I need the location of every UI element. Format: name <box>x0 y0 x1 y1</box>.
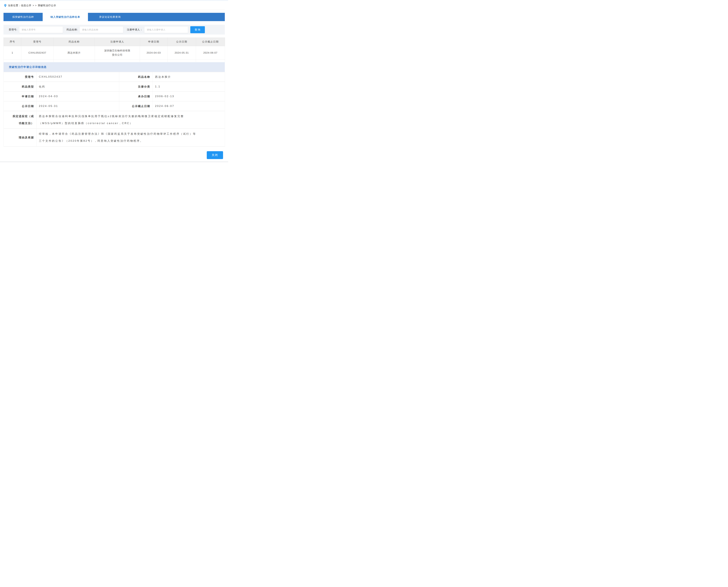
detail-value-drug-name: 西达本胺片 <box>153 72 225 82</box>
tab-included-breakthrough-list[interactable]: 纳入突破性治疗品种名单 <box>43 13 88 21</box>
query-button[interactable]: 查询 <box>190 26 205 33</box>
detail-label-publicity-end-date: 公示截止日期 <box>119 101 153 111</box>
detail-row: 公示日期 2024-05-31 公示截止日期 2024-06-07 <box>4 101 225 111</box>
tab-objection-results[interactable]: 异议论证结果查询 <box>88 13 132 21</box>
tab-proposed-breakthrough[interactable]: 拟突破性治疗品种 <box>3 13 43 21</box>
detail-value-registration-class: 1.1 <box>153 82 225 92</box>
col-header-seq: 序号 <box>4 38 21 46</box>
cell-publicity-date: 2024-05-31 <box>168 46 196 60</box>
results-header-row: 序号 受理号 药品名称 注册申请人 申请日期 公示日期 公示截止日期 <box>4 38 225 46</box>
acceptance-no-input[interactable] <box>19 26 63 33</box>
detail-value-drug-type: 化药 <box>37 82 119 92</box>
cell-seq: 1 <box>4 46 21 60</box>
table-row[interactable]: 1 CXHL0502437 西达本胺片 深圳微芯生物科技有限责任公司 2024-… <box>4 46 225 60</box>
applicant-input[interactable] <box>144 26 188 33</box>
results-table: 序号 受理号 药品名称 注册申请人 申请日期 公示日期 公示截止日期 1 CXH… <box>3 38 225 62</box>
detail-panel-title: 突破性治疗申请公示详细信息 <box>9 65 47 69</box>
top-accent-band <box>0 0 228 1</box>
detail-label-apply-date: 申请日期 <box>4 92 37 101</box>
acceptance-no-label: 受理号: <box>9 28 18 31</box>
breadcrumb: 当前位置： 信息公开 > > 突破性治疗公示 <box>4 4 56 7</box>
detail-label-proposed-indication: 拟定适应症（或功能主治） <box>4 111 37 128</box>
acceptance-no-group: 受理号: <box>9 26 63 33</box>
breadcrumb-separator: > > <box>32 4 37 7</box>
col-header-publicity-date: 公示日期 <box>168 38 196 46</box>
close-button[interactable]: 关闭 <box>207 151 223 159</box>
detail-label-undertake-date: 承办日期 <box>119 92 153 101</box>
detail-row: 受理号 CXHL0502437 药品名称 西达本胺片 <box>4 72 225 82</box>
col-header-applicant: 注册申请人 <box>95 38 140 46</box>
col-header-apply-date: 申请日期 <box>140 38 168 46</box>
detail-value-publicity-end-date: 2024-06-07 <box>153 101 225 111</box>
detail-value-proposed-indication: 西达本胺联合信迪利单抗和贝伐珠单抗用于既往≥2线标准治疗失败的晚期微卫星稳定或错… <box>37 111 225 128</box>
detail-panel: 突破性治疗申请公示详细信息 受理号 CXHL0502437 药品名称 西达本胺片… <box>3 62 225 146</box>
detail-value-publicity-date: 2024-05-31 <box>37 101 119 111</box>
applicant-group: 注册申请人： <box>127 26 188 33</box>
detail-value-acceptance-no: CXHL0502437 <box>37 72 119 82</box>
detail-label-acceptance-no: 受理号 <box>4 72 37 82</box>
cell-publicity-end-date: 2024-06-07 <box>196 46 225 60</box>
drug-name-label: 药品名称: <box>67 28 78 31</box>
cell-apply-date: 2024-04-03 <box>140 46 168 60</box>
detail-value-undertake-date: 2006-02-13 <box>153 92 225 101</box>
table-row-partial <box>4 60 225 62</box>
detail-label-drug-name: 药品名称 <box>119 72 153 82</box>
detail-label-drug-type: 药品类型 <box>4 82 37 92</box>
detail-label-registration-class: 注册分类 <box>119 82 153 92</box>
drug-name-input[interactable] <box>79 26 123 33</box>
cell-acceptance-no: CXHL0502437 <box>21 46 54 60</box>
breadcrumb-current: 突破性治疗公示 <box>38 4 56 7</box>
cell-drug-name: 西达本胺片 <box>54 46 95 60</box>
breadcrumb-parent-link[interactable]: 信息公开 <box>21 4 31 7</box>
applicant-label: 注册申请人： <box>127 28 143 31</box>
detail-table: 受理号 CXHL0502437 药品名称 西达本胺片 药品类型 化药 注册分类 … <box>3 72 225 146</box>
cell-applicant: 深圳微芯生物科技有限责任公司 <box>95 46 140 60</box>
col-header-publicity-end-date: 公示截止日期 <box>196 38 225 46</box>
breadcrumb-prefix: 当前位置： <box>8 4 21 7</box>
col-header-drug-name: 药品名称 <box>54 38 95 46</box>
detail-label-reason-basis: 理由及依据 <box>4 128 37 146</box>
search-form: 受理号: 药品名称: 注册申请人： 查询 <box>3 25 225 34</box>
detail-row: 理由及依据 经审核，本申请符合《药品注册管理办法》和《国家药监局关于发布突破性治… <box>4 128 225 146</box>
detail-row: 申请日期 2024-04-03 承办日期 2006-02-13 <box>4 92 225 101</box>
detail-value-apply-date: 2024-04-03 <box>37 92 119 101</box>
location-pin-icon <box>4 4 6 7</box>
detail-label-publicity-date: 公示日期 <box>4 101 37 111</box>
detail-value-reason-basis: 经审核，本申请符合《药品注册管理办法》和《国家药监局关于发布突破性治疗药物审评工… <box>37 128 225 146</box>
tab-bar: 拟突破性治疗品种 纳入突破性治疗品种名单 异议论证结果查询 <box>3 13 225 21</box>
drug-name-group: 药品名称: <box>67 26 123 33</box>
detail-panel-header: 突破性治疗申请公示详细信息 <box>3 62 225 72</box>
detail-row: 拟定适应症（或功能主治） 西达本胺联合信迪利单抗和贝伐珠单抗用于既往≥2线标准治… <box>4 111 225 128</box>
bottom-strip <box>0 161 228 162</box>
detail-row: 药品类型 化药 注册分类 1.1 <box>4 82 225 92</box>
col-header-acceptance-no: 受理号 <box>21 38 54 46</box>
